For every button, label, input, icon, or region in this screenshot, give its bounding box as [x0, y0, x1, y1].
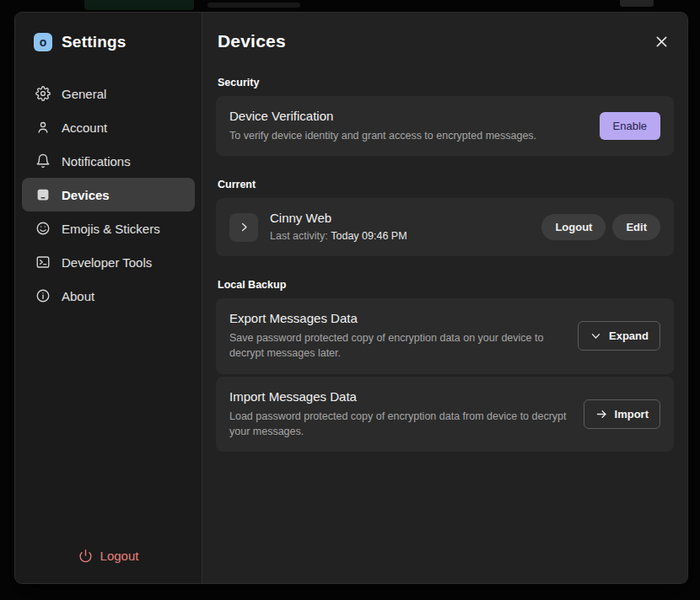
last-activity-label: Last activity:: [270, 230, 328, 242]
sidebar-item-label: Account: [62, 121, 107, 135]
terminal-icon: [35, 254, 51, 270]
info-icon: [35, 288, 51, 303]
import-description: Load password protected copy of encrypti…: [229, 409, 572, 439]
last-activity-value: Today 09:46 PM: [331, 230, 407, 242]
sidebar-item-emojis-stickers[interactable]: Emojis & Stickers: [22, 212, 195, 245]
device-actions: Logout Edit: [541, 214, 660, 240]
export-messages-card: Export Messages Data Save password prote…: [216, 298, 674, 373]
section-label-current: Current: [218, 179, 672, 190]
section-label-local-backup: Local Backup: [218, 279, 672, 291]
device-icon: [35, 187, 51, 202]
import-title: Import Messages Data: [229, 389, 572, 404]
current-device-card: Cinny Web Last activity: Today 09:46 PM …: [216, 198, 674, 256]
background-app-artifact: [620, 0, 654, 7]
sidebar-item-developer-tools[interactable]: Developer Tools: [22, 245, 195, 279]
page-title: Devices: [218, 31, 286, 51]
card-text: Import Messages Data Load password prote…: [229, 389, 572, 439]
device-verification-card: Device Verification To verify device ide…: [216, 96, 674, 156]
expand-button[interactable]: Expand: [578, 321, 660, 351]
import-label: Import: [615, 408, 649, 421]
expand-label: Expand: [609, 329, 649, 342]
panel-header: Devices: [216, 13, 674, 52]
sidebar-menu: General Account Notifications Devices: [15, 77, 202, 313]
bell-icon: [35, 153, 51, 169]
close-icon: [654, 34, 670, 50]
device-last-activity: Last activity: Today 09:46 PM: [270, 228, 407, 244]
sidebar-item-label: Developer Tools: [62, 255, 152, 270]
sidebar-item-general[interactable]: General: [22, 77, 195, 110]
device-logout-button[interactable]: Logout: [541, 214, 606, 240]
sidebar-item-label: Devices: [62, 188, 110, 202]
sidebar-header: o Settings: [15, 13, 202, 60]
smiley-icon: [35, 221, 51, 236]
sidebar-item-about[interactable]: About: [22, 279, 195, 313]
sidebar-item-label: Notifications: [62, 154, 131, 169]
settings-title: Settings: [62, 33, 127, 51]
sidebar-item-label: General: [62, 87, 106, 101]
card-text: Export Messages Data Save password prote…: [229, 311, 566, 361]
sidebar-item-notifications[interactable]: Notifications: [22, 144, 195, 178]
device-text: Cinny Web Last activity: Today 09:46 PM: [270, 211, 407, 244]
enable-button[interactable]: Enable: [600, 112, 660, 140]
import-button[interactable]: Import: [584, 399, 660, 429]
sidebar-item-label: Emojis & Stickers: [62, 222, 160, 236]
device-info: Cinny Web Last activity: Today 09:46 PM: [229, 211, 407, 244]
arrow-right-icon: [595, 408, 608, 421]
gear-icon: [35, 86, 51, 101]
devices-panel: Devices Security Device Verification To …: [202, 13, 687, 583]
chevron-right-icon: [238, 221, 250, 233]
device-verification-description: To verify device identity and grant acce…: [229, 128, 536, 143]
export-description: Save password protected copy of encrypti…: [229, 330, 566, 361]
device-expand-button[interactable]: [229, 213, 258, 242]
device-edit-button[interactable]: Edit: [612, 214, 660, 240]
sidebar-logout-button[interactable]: Logout: [78, 549, 139, 563]
logout-label: Logout: [100, 549, 139, 563]
background-app-artifact: [84, 0, 194, 10]
settings-dialog: o Settings General Account Notifica: [14, 12, 688, 584]
power-icon: [78, 549, 93, 563]
sidebar-item-account[interactable]: Account: [22, 110, 195, 144]
person-icon: [35, 120, 51, 135]
import-messages-card: Import Messages Data Load password prote…: [216, 377, 674, 452]
user-avatar: o: [34, 33, 52, 51]
device-verification-title: Device Verification: [229, 109, 536, 123]
sidebar-item-devices[interactable]: Devices: [22, 178, 195, 212]
background-app-artifact: [207, 3, 300, 8]
chevron-down-icon: [590, 329, 602, 342]
export-title: Export Messages Data: [229, 311, 566, 325]
close-button[interactable]: [650, 30, 672, 52]
card-text: Device Verification To verify device ide…: [229, 109, 536, 143]
sidebar-item-label: About: [62, 289, 94, 303]
device-name: Cinny Web: [270, 211, 407, 225]
settings-sidebar: o Settings General Account Notifica: [15, 13, 202, 583]
section-label-security: Security: [218, 77, 672, 88]
